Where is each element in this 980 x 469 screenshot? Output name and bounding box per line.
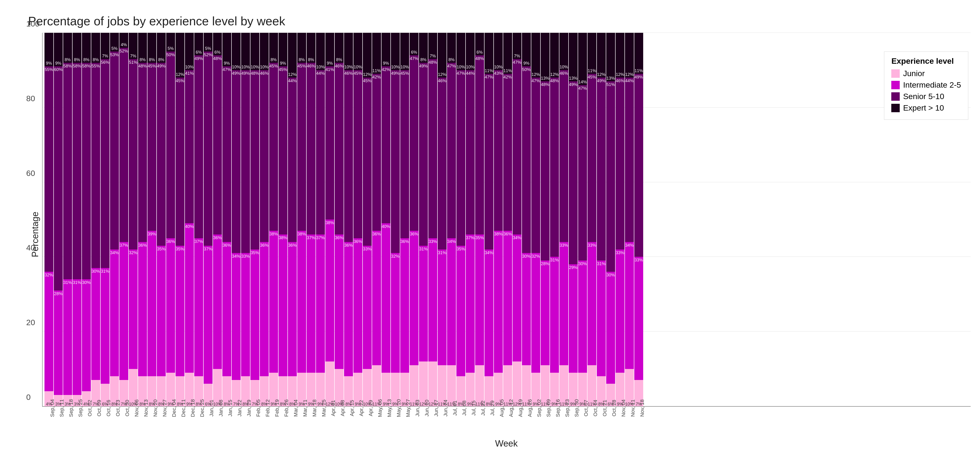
bar-segment-expert: 6% [213,33,222,55]
bar-label-senior: 45% [279,67,287,72]
bar-label-expert: 8% [74,57,80,62]
bar-label-senior: 45% [269,64,278,69]
bar-label-inter: 31% [438,250,446,255]
bar-label-expert: 13% [606,76,615,81]
bar-label-inter: 36% [138,243,147,248]
bar-group: 12%38%41%9% [325,33,334,406]
bar-group: 6%30%51%13% [606,33,615,406]
bar-segment-expert: 12% [175,33,185,78]
bar-label-expert: 10% [401,65,409,70]
bar-label-inter: 36% [503,232,512,237]
bar-segment-inter: 31% [597,260,606,376]
bar-group: 8%36%48%8% [138,33,147,406]
bar-label-inter: 33% [241,254,250,259]
bar-label-expert: 10% [185,65,194,70]
bar-group: 9%37%46%8% [307,33,315,406]
bar-segment-senior: 46% [438,78,447,249]
bar-group: 11%36%42%11% [503,33,512,406]
bar-label-expert: 12% [597,72,606,77]
bar-group: 10%33%45%12% [363,33,372,406]
bar-group: 9%33%46%12% [616,33,624,406]
bar-segment-senior: 49% [419,63,428,246]
bar-group: 11%31%46%12% [438,33,447,406]
bar-label-senior: 49% [419,64,428,69]
bar-label-inter: 34% [625,243,633,248]
bar-label-senior: 46% [438,78,446,83]
bar-segment-senior: 51% [606,81,615,272]
bar-group: 11%30%50%9% [522,33,531,406]
bar-segment-senior: 58% [82,63,91,279]
bar-label-inter: 32% [391,254,399,259]
legend-title: Experience level [891,56,961,65]
x-axis-labels: Sep, 04Sep, 11Sep, 18Sep, 25Oct, 02Oct, … [42,408,970,436]
bar-segment-inter: 36% [372,231,381,365]
bar-label-expert: 8% [308,57,314,62]
bar-segment-expert: 12% [531,33,540,78]
bar-group: 11%36%47%6% [410,33,418,406]
legend: Experience level Junior Intermediate 2-5… [884,51,968,120]
bar-label-senior: 44% [625,78,633,83]
bar-segment-senior: 52% [204,51,213,246]
bar-segment-expert: 13% [606,33,615,81]
bar-label-expert: 10% [494,65,503,70]
bar-label-senior: 47% [447,64,456,69]
bar-group: 6%31%56%7% [101,33,110,406]
bar-label-senior: 44% [316,71,325,76]
bar-label-inter: 34% [447,239,456,244]
bar-label-inter: 36% [166,239,175,244]
bar-segment-inter: 39% [148,231,156,376]
bar-segment-expert: 13% [541,33,550,81]
bar-group: 10%34%44%12% [625,33,634,406]
bar-segment-inter: 35% [457,246,465,376]
bar-segment-expert: 5% [110,33,119,51]
bar-label-inter: 32% [531,254,540,259]
bar-label-expert: 8% [449,57,455,62]
bar-segment-expert: 13% [569,33,578,81]
bar-segment-inter: 36% [166,238,175,373]
bar-group: 10%36%48%6% [213,33,222,406]
bar-label-inter: 31% [101,269,109,274]
bar-label-senior: 47% [578,86,587,91]
bar-segment-senior: 45% [363,78,372,246]
bar-label-expert: 11% [485,69,493,73]
bar-label-expert: 10% [260,65,269,70]
bar-label-senior: 49% [232,71,240,76]
plot-area: 0204060801004%32%55%9%3%28%60%9%3%31%58%… [42,33,970,436]
bar-label-senior: 50% [166,53,175,57]
bar-segment-senior: 47% [512,59,522,234]
bar-segment-senior: 49% [241,70,250,253]
bar-segment-inter: 30% [522,253,531,365]
bar-label-expert: 10% [560,65,568,70]
bar-label-inter: 38% [279,235,287,240]
bar-segment-inter: 31% [101,268,110,384]
bar-segment-inter: 35% [250,249,259,380]
bar-segment-senior: 48% [541,81,550,260]
bar-segment-senior: 46% [616,78,624,249]
bar-label-expert: 14% [578,80,587,85]
bar-label-expert: 7% [102,54,108,59]
bar-label-expert: 5% [168,46,174,51]
bar-segment-expert: 12% [363,33,372,78]
bar-segment-senior: 42% [382,66,390,223]
bar-label-expert: 6% [215,50,221,55]
bar-label-expert: 6% [477,50,483,55]
legend-color-swatch [891,81,900,89]
bar-label-expert: 11% [372,69,381,73]
bar-segment-inter: 33% [363,246,372,369]
bar-segment-expert: 11% [503,33,512,74]
bar-segment-inter: 36% [335,234,344,369]
bar-label-senior: 52% [119,49,128,54]
bar-segment-senior: 49% [157,63,166,246]
bar-segment-expert: 5% [166,33,175,51]
bar-segment-expert: 10% [559,33,568,70]
bar-label-inter: 38% [326,220,334,225]
bar-group: 8%38%45%9% [278,33,288,406]
bar-label-expert: 5% [205,46,211,51]
bar-group: 9%36%45%10% [353,33,362,406]
bar-label-expert: 13% [569,76,578,81]
bar-segment-expert: 9% [54,33,63,66]
bar-segment-inter: 32% [45,272,53,391]
bar-segment-senior: 48% [550,78,559,257]
bar-group: 4%32%55%9% [45,33,53,406]
x-axis-title: Week [42,439,970,448]
